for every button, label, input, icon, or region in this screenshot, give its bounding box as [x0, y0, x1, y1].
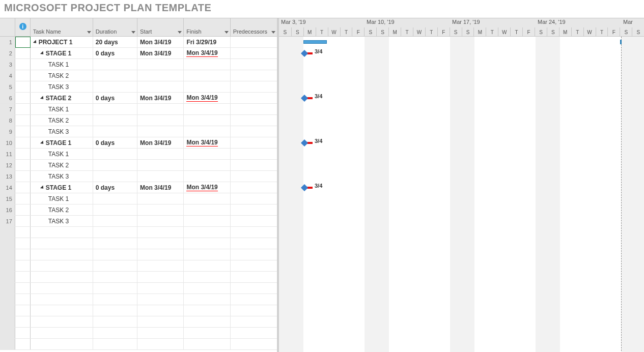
table-row[interactable]	[0, 260, 277, 272]
gantt-bar[interactable]	[303, 40, 327, 44]
row-number[interactable]	[0, 294, 15, 305]
finish-cell[interactable]	[184, 104, 230, 114]
finish-cell[interactable]	[184, 70, 230, 81]
row-number[interactable]	[0, 328, 15, 338]
predecessors-cell[interactable]	[231, 182, 277, 193]
start-cell[interactable]	[137, 149, 184, 159]
finish-cell[interactable]	[184, 149, 230, 159]
predecessors-cell[interactable]	[231, 115, 277, 126]
duration-cell[interactable]	[93, 149, 137, 159]
table-row[interactable]	[0, 305, 277, 316]
outline-toggle-icon[interactable]	[33, 40, 38, 44]
finish-cell[interactable]	[184, 227, 230, 238]
finish-cell[interactable]	[184, 283, 230, 294]
grid-body[interactable]: 1PROJECT 120 daysMon 3/4/19Fri 3/29/192S…	[0, 37, 277, 352]
table-row[interactable]: 8TASK 2	[0, 115, 277, 126]
start-cell[interactable]: Mon 3/4/19	[137, 37, 184, 47]
outline-toggle-icon[interactable]	[40, 96, 45, 100]
gantt-row[interactable]	[279, 59, 644, 70]
duration-cell[interactable]	[93, 249, 137, 260]
task-name-cell[interactable]	[31, 328, 93, 338]
table-row[interactable]	[0, 238, 277, 249]
start-cell[interactable]	[137, 81, 184, 92]
table-row[interactable]	[0, 294, 277, 305]
finish-cell[interactable]: Mon 3/4/19	[184, 182, 230, 193]
table-row[interactable]: 7TASK 1	[0, 104, 277, 115]
gantt-row[interactable]	[279, 204, 644, 216]
row-number[interactable]: 13	[0, 171, 15, 182]
gantt-row[interactable]	[279, 115, 644, 126]
outline-toggle-icon[interactable]	[40, 140, 45, 145]
gantt-row[interactable]	[279, 126, 644, 137]
predecessors-cell[interactable]	[231, 272, 277, 282]
duration-cell[interactable]	[93, 70, 137, 81]
task-name-cell[interactable]: TASK 2	[31, 160, 93, 170]
duration-cell[interactable]	[93, 193, 137, 204]
task-name-cell[interactable]	[31, 260, 93, 271]
start-cell[interactable]: Mon 3/4/19	[137, 182, 184, 193]
row-number[interactable]: 14	[0, 182, 15, 193]
info-cell[interactable]	[15, 115, 31, 126]
info-cell[interactable]	[15, 182, 31, 193]
task-name-cell[interactable]	[31, 339, 93, 349]
predecessors-cell[interactable]	[231, 93, 277, 103]
row-number[interactable]: 9	[0, 126, 15, 137]
info-cell[interactable]	[15, 204, 31, 215]
gantt-row[interactable]: 3/4	[279, 48, 644, 59]
duration-cell[interactable]	[93, 216, 137, 226]
row-number[interactable]	[0, 283, 15, 294]
predecessors-cell[interactable]	[231, 37, 277, 47]
task-name-cell[interactable]	[31, 272, 93, 282]
duration-cell[interactable]	[93, 160, 137, 170]
finish-cell[interactable]	[184, 328, 230, 338]
info-cell[interactable]	[15, 137, 31, 148]
row-number[interactable]: 11	[0, 149, 15, 159]
gantt-row[interactable]: 3/4	[279, 93, 644, 104]
table-row[interactable]: 14STAGE 10 daysMon 3/4/19Mon 3/4/19	[0, 182, 277, 193]
start-cell[interactable]	[137, 238, 184, 249]
row-number[interactable]: 16	[0, 204, 15, 215]
task-name-cell[interactable]: TASK 1	[31, 149, 93, 159]
row-number[interactable]	[0, 260, 15, 271]
predecessors-cell[interactable]	[231, 81, 277, 92]
start-cell[interactable]	[137, 204, 184, 215]
row-number[interactable]	[0, 249, 15, 260]
predecessors-cell[interactable]	[231, 137, 277, 148]
task-name-cell[interactable]: STAGE 1	[31, 182, 93, 193]
info-cell[interactable]	[15, 81, 31, 92]
chevron-down-icon[interactable]	[131, 31, 135, 34]
duration-cell[interactable]	[93, 126, 137, 137]
start-cell[interactable]	[137, 115, 184, 126]
finish-cell[interactable]	[184, 171, 230, 182]
task-name-cell[interactable]: TASK 2	[31, 204, 93, 215]
finish-cell[interactable]	[184, 305, 230, 316]
gantt-row[interactable]: 3/4	[279, 182, 644, 193]
duration-cell[interactable]	[93, 272, 137, 282]
table-row[interactable]	[0, 249, 277, 260]
start-cell[interactable]	[137, 249, 184, 260]
task-name-cell[interactable]: TASK 3	[31, 171, 93, 182]
finish-cell[interactable]	[184, 216, 230, 226]
finish-cell[interactable]	[184, 115, 230, 126]
finish-cell[interactable]: Fri 3/29/19	[184, 37, 230, 47]
start-cell[interactable]	[137, 305, 184, 316]
predecessors-cell[interactable]	[231, 59, 277, 70]
task-name-cell[interactable]	[31, 294, 93, 305]
row-number[interactable]: 6	[0, 93, 15, 103]
start-cell[interactable]	[137, 193, 184, 204]
info-cell[interactable]	[15, 305, 31, 316]
row-number[interactable]: 10	[0, 137, 15, 148]
task-name-cell[interactable]	[31, 238, 93, 249]
info-cell[interactable]	[15, 328, 31, 338]
duration-cell[interactable]	[93, 171, 137, 182]
info-cell[interactable]	[15, 160, 31, 170]
predecessors-cell[interactable]	[231, 283, 277, 294]
finish-cell[interactable]	[184, 260, 230, 271]
row-number[interactable]: 1	[0, 37, 15, 47]
duration-cell[interactable]: 20 days	[93, 37, 137, 47]
duration-cell[interactable]	[93, 59, 137, 70]
finish-cell[interactable]	[184, 294, 230, 305]
task-name-cell[interactable]: TASK 1	[31, 193, 93, 204]
finish-cell[interactable]	[184, 204, 230, 215]
duration-cell[interactable]	[93, 339, 137, 349]
